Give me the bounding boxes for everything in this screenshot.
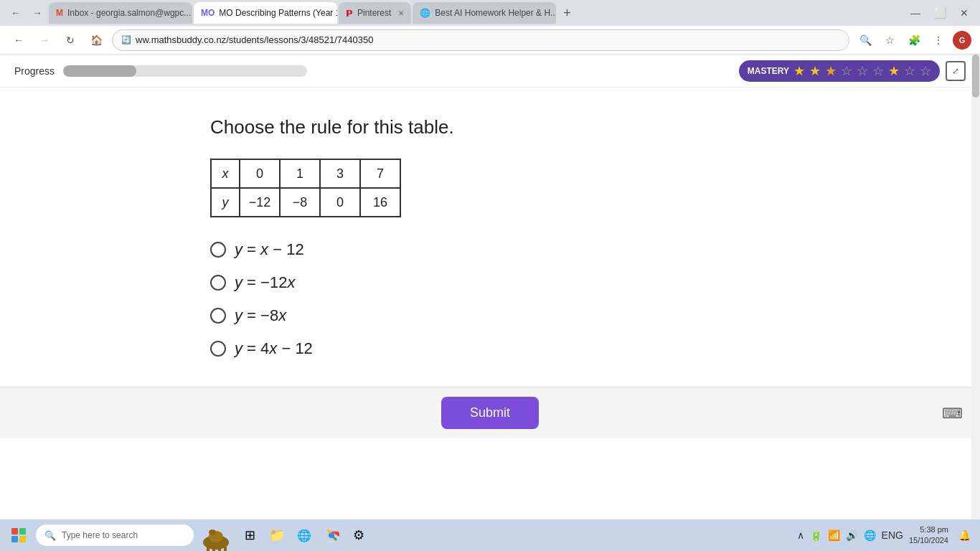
table-cell-y2: 0 (320, 188, 360, 217)
taskbar-search-icon: 🔍 (44, 530, 56, 541)
scrollbar-thumb[interactable] (972, 55, 979, 98)
url-text: ww.mathsbuddy.co.nz/students/lessons/3/4… (136, 34, 373, 45)
gmail-tab-icon: M (56, 8, 63, 18)
tab-ai-label: Best AI Homework Helper & H... (435, 8, 556, 18)
table-cell-x3: 7 (360, 159, 400, 188)
progress-bar-container (63, 65, 307, 77)
browser-chrome: ← → M Inbox - georgia.salmon@wgpc... ✕ M… (0, 0, 980, 55)
svg-point-9 (329, 533, 334, 538)
close-window-button[interactable]: ✕ (954, 3, 974, 23)
mastery-star-8: ☆ (904, 63, 915, 79)
mastery-star-7: ★ (888, 63, 900, 79)
file-explorer-button[interactable]: 📁 (265, 524, 288, 547)
tab-pinterest[interactable]: 𝗣 Pinterest ✕ (339, 2, 411, 24)
question-text: Choose the rule for this table. (210, 116, 770, 138)
data-table: x 0 1 3 7 y −12 −8 0 16 (210, 159, 401, 217)
browser-menu-button[interactable]: ⋮ (928, 30, 948, 50)
table-cell-x1: 1 (280, 159, 320, 188)
task-view-button[interactable]: ⊞ (238, 524, 261, 547)
taskbar-right: ∧ 🔋 📶 🔊 🌐 ENG 5:38 pm 15/10/2024 🔔 (797, 524, 974, 547)
radio-option-4[interactable] (210, 341, 226, 357)
mathsbuddy-tab-icon: MO (201, 8, 215, 18)
table-cell-x0: 0 (240, 159, 280, 188)
profile-avatar[interactable]: G (953, 31, 971, 50)
wifi-icon: 📶 (828, 529, 840, 541)
animal-thumbnail (198, 519, 234, 551)
extensions-button[interactable]: 🧩 (904, 30, 924, 50)
reload-button[interactable]: ↻ (60, 30, 80, 50)
mastery-label: MASTERY (748, 66, 789, 76)
tab-gmail[interactable]: M Inbox - georgia.salmon@wgpc... ✕ (49, 2, 192, 24)
tab-mathsbuddy[interactable]: MO MO Describing Patterns (Year 10 Ge...… (194, 2, 337, 24)
nav-forward-button[interactable]: → (34, 30, 55, 50)
table-row-x: x 0 1 3 7 (211, 159, 400, 188)
url-security-icon: 🔄 (121, 35, 131, 44)
table-cell-y0: −12 (240, 188, 280, 217)
address-bar: ← → ↻ 🏠 🔄 ww.mathsbuddy.co.nz/students/l… (0, 26, 980, 55)
taskbar: 🔍 Type here to search ⊞ 📁 🌐 ⚙ ∧ � (0, 519, 980, 551)
clock-date: 15/10/2024 (909, 535, 948, 546)
tab-pinterest-label: Pinterest (357, 8, 391, 18)
pinterest-tab-icon: 𝗣 (346, 8, 353, 19)
url-bar[interactable]: 🔄 ww.mathsbuddy.co.nz/students/lessons/3… (112, 29, 849, 51)
fullscreen-button[interactable]: ⤢ (946, 61, 966, 81)
table-cell-x2: 3 (320, 159, 360, 188)
quiz-area: Choose the rule for this table. x 0 1 3 … (167, 88, 813, 387)
bookmark-star-button[interactable]: ☆ (880, 30, 900, 50)
restore-button[interactable]: ⬜ (930, 3, 950, 23)
nav-back-button[interactable]: ← (9, 30, 29, 50)
keyboard-icon: ⌨ (942, 405, 963, 422)
table-cell-x-label: x (211, 159, 240, 188)
tab-mathsbuddy-label: MO Describing Patterns (Year 10 Ge... (219, 8, 337, 18)
search-button[interactable]: 🔍 (855, 30, 875, 50)
taskbar-search-text: Type here to search (62, 530, 138, 540)
submit-button[interactable]: Submit (441, 397, 539, 429)
vpn-icon: 🌐 (864, 529, 876, 541)
table-cell-y-label: y (211, 188, 240, 217)
clock-area: 5:38 pm 15/10/2024 (909, 524, 948, 547)
option-text-2: y = −12x (235, 273, 295, 292)
option-text-4: y = 4x − 12 (235, 339, 313, 358)
submit-bar: Submit ⌨ (0, 387, 980, 438)
mastery-star-4: ☆ (841, 63, 852, 79)
top-bar: Progress MASTERY ★ ★ ★ ☆ ☆ ☆ ★ ☆ ☆ ⤢ (0, 55, 980, 88)
list-item[interactable]: y = −8x (210, 306, 770, 325)
svg-rect-4 (212, 545, 215, 551)
table-row-y: y −12 −8 0 16 (211, 188, 400, 217)
svg-rect-5 (218, 545, 221, 551)
edge-browser-button[interactable]: 🌐 (293, 524, 316, 547)
tab-ai-homework[interactable]: 🌐 Best AI Homework Helper & H... ✕ (413, 2, 556, 24)
animal-svg (198, 522, 234, 551)
option-text-3: y = −8x (235, 306, 286, 325)
list-item[interactable]: y = −12x (210, 273, 770, 292)
scrollbar-track[interactable] (971, 55, 980, 519)
forward-button[interactable]: → (27, 3, 47, 23)
chrome-icon (324, 527, 339, 543)
mastery-star-2: ★ (809, 63, 821, 79)
mastery-star-5: ☆ (857, 63, 868, 79)
minimize-button[interactable]: — (905, 3, 925, 23)
table-cell-y3: 16 (360, 188, 400, 217)
chrome-button[interactable] (320, 524, 343, 547)
mastery-star-9: ☆ (920, 63, 931, 79)
settings-button[interactable]: ⚙ (347, 524, 370, 547)
windows-logo-icon (11, 528, 26, 542)
home-button[interactable]: 🏠 (86, 30, 106, 50)
new-tab-button[interactable]: + (557, 6, 577, 21)
radio-option-1[interactable] (210, 242, 226, 258)
back-button[interactable]: ← (6, 3, 26, 23)
svg-point-2 (209, 529, 216, 535)
taskbar-search-bar[interactable]: 🔍 Type here to search (36, 524, 194, 546)
radio-option-3[interactable] (210, 308, 226, 324)
tab-pinterest-close[interactable]: ✕ (398, 9, 404, 17)
battery-icon: 🔋 (810, 529, 822, 541)
mastery-star-1: ★ (793, 63, 805, 79)
radio-option-2[interactable] (210, 275, 226, 291)
list-item[interactable]: y = 4x − 12 (210, 339, 770, 358)
tab-bar: ← → M Inbox - georgia.salmon@wgpc... ✕ M… (0, 0, 980, 26)
list-item[interactable]: y = x − 12 (210, 240, 770, 259)
clock-time: 5:38 pm (909, 524, 948, 535)
notification-button[interactable]: 🔔 (954, 525, 974, 545)
option-text-1: y = x − 12 (235, 240, 304, 259)
start-button[interactable] (6, 522, 32, 548)
